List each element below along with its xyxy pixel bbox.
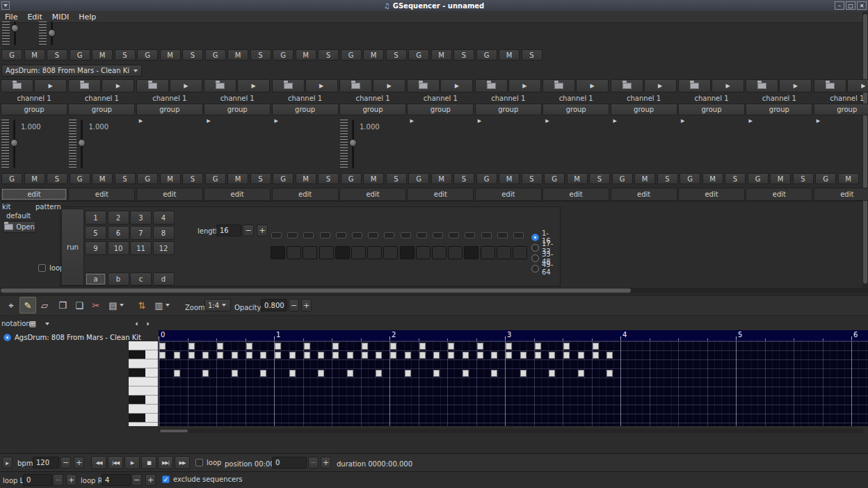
channel-group-button[interactable]: group	[678, 104, 745, 115]
note[interactable]	[318, 352, 324, 359]
gms-s-button[interactable]: S	[115, 173, 136, 184]
note[interactable]	[188, 343, 195, 350]
note[interactable]	[606, 370, 613, 377]
notation-horizontal-scrollbar[interactable]	[159, 429, 864, 433]
white-key[interactable]	[129, 341, 159, 350]
channel-expand-arrow[interactable]: ▶	[545, 118, 549, 124]
transport-forward-button[interactable]: ▶▶	[175, 456, 190, 469]
channel-group-button[interactable]: group	[611, 104, 677, 115]
pattern-pad[interactable]	[383, 246, 398, 259]
note[interactable]	[217, 352, 223, 359]
zoom-dropdown[interactable]: 1:4	[204, 299, 231, 311]
loop-left-increment-button[interactable]: +	[66, 474, 77, 486]
channel-volume-slider[interactable]	[69, 120, 87, 168]
channel-play-button[interactable]: ▶	[440, 79, 473, 92]
tools-menu-button[interactable]: ▥	[150, 297, 174, 314]
channel-play-button[interactable]: ▶	[373, 79, 405, 92]
channel-expand-arrow[interactable]: ▶	[139, 118, 143, 124]
gms-g-button[interactable]: G	[476, 173, 497, 184]
pattern-bank-b[interactable]: b	[108, 273, 129, 286]
gms-s-button[interactable]: S	[522, 49, 542, 60]
edit-tab[interactable]: edit	[407, 188, 474, 201]
slider-knob[interactable]	[10, 139, 18, 147]
channel-volume-slider[interactable]	[340, 120, 358, 168]
channel-open-button[interactable]	[407, 79, 440, 92]
note[interactable]	[506, 352, 512, 359]
gms-m-button[interactable]: M	[92, 173, 113, 184]
gms-m-button[interactable]: M	[634, 173, 655, 184]
machine-horizontal-scrollbar[interactable]	[0, 288, 868, 293]
note[interactable]	[202, 352, 209, 359]
note[interactable]	[563, 352, 570, 359]
channel-open-button[interactable]	[1, 79, 33, 92]
length-increment-button[interactable]: +	[257, 225, 268, 236]
maximize-button[interactable]: ▢	[846, 1, 855, 10]
scrollbar-thumb[interactable]	[1, 288, 631, 293]
note[interactable]	[362, 343, 368, 350]
gms-m-button[interactable]: M	[296, 49, 316, 60]
gms-m-button[interactable]: M	[702, 173, 723, 184]
gms-g-button[interactable]: G	[273, 173, 294, 184]
minimize-button[interactable]: –	[835, 1, 844, 10]
note[interactable]	[275, 343, 281, 350]
channel-play-button[interactable]: ▶	[237, 79, 270, 92]
channel-group-button[interactable]: group	[746, 104, 812, 115]
opacity-increment-button[interactable]: +	[301, 299, 312, 311]
note[interactable]	[289, 352, 296, 359]
gms-g-button[interactable]: G	[1, 49, 22, 60]
slider-knob[interactable]	[349, 139, 357, 147]
offset-radio[interactable]	[531, 265, 539, 273]
pattern-pad[interactable]	[367, 246, 382, 259]
pattern-index-9[interactable]: 9	[85, 241, 106, 255]
note[interactable]	[535, 352, 541, 359]
gms-g-button[interactable]: G	[680, 173, 700, 184]
gms-g-button[interactable]: G	[476, 49, 497, 60]
note[interactable]	[217, 343, 223, 350]
loop-right-decrement-button[interactable]: −	[131, 474, 142, 486]
gms-g-button[interactable]: G	[205, 49, 226, 60]
offset-option-49-64[interactable]: 49-64	[531, 261, 553, 276]
gms-s-button[interactable]: S	[250, 173, 271, 184]
note[interactable]	[232, 352, 238, 359]
note[interactable]	[202, 370, 209, 377]
pattern-pad[interactable]	[287, 246, 301, 259]
gms-m-button[interactable]: M	[296, 173, 316, 184]
gms-m-button[interactable]: M	[567, 173, 588, 184]
gms-s-button[interactable]: S	[386, 173, 407, 184]
channel-group-button[interactable]: group	[339, 104, 406, 115]
note[interactable]	[405, 370, 411, 377]
note[interactable]	[520, 352, 527, 359]
gms-m-button[interactable]: M	[838, 173, 859, 184]
transport-rewind-button[interactable]: ◀◀	[91, 456, 106, 469]
gms-g-button[interactable]: G	[341, 49, 362, 60]
gms-s-button[interactable]: S	[47, 173, 67, 184]
channel-play-button[interactable]: ▶	[779, 79, 812, 92]
gms-g-button[interactable]: G	[205, 173, 226, 184]
edit-tab[interactable]: edit	[542, 188, 609, 201]
pattern-pad[interactable]	[351, 246, 366, 259]
note[interactable]	[448, 343, 454, 350]
note[interactable]	[578, 370, 584, 377]
loop-checkbox[interactable]	[38, 264, 46, 272]
pattern-bank-c[interactable]: c	[130, 273, 152, 286]
channel-group-button[interactable]: group	[272, 104, 339, 115]
gms-s-button[interactable]: S	[250, 49, 271, 60]
position-cursor-button[interactable]: ⌖	[3, 297, 19, 314]
note[interactable]	[419, 343, 426, 350]
channel-play-button[interactable]: ▶	[508, 79, 541, 92]
note[interactable]	[390, 352, 396, 359]
gms-g-button[interactable]: G	[137, 173, 158, 184]
channel-group-button[interactable]: group	[204, 104, 271, 115]
pattern-pad[interactable]	[400, 246, 415, 259]
gms-m-button[interactable]: M	[363, 49, 384, 60]
machine-list-item[interactable]: AgsDrum: 808 From Mars - Clean Kit	[3, 334, 141, 341]
menu-item-file[interactable]: File	[0, 11, 22, 23]
pattern-pad[interactable]	[464, 246, 479, 259]
gms-s-button[interactable]: S	[453, 49, 474, 60]
gms-s-button[interactable]: S	[522, 173, 542, 184]
loop-right-input[interactable]: 4	[102, 474, 131, 486]
note[interactable]	[289, 370, 296, 377]
transport-play-button[interactable]: ▶	[124, 456, 140, 469]
channel-open-button[interactable]	[272, 79, 305, 92]
note[interactable]	[419, 352, 426, 359]
